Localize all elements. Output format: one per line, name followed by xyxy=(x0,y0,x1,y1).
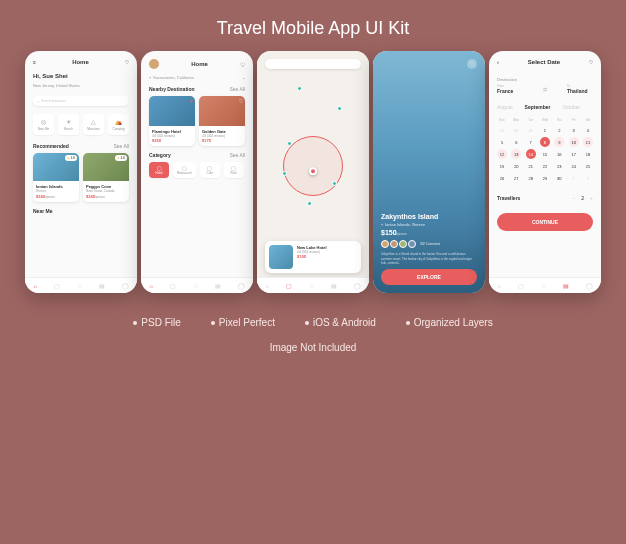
map-canvas[interactable]: New Lake Hotel4.8 (324 reviews)$180 xyxy=(257,51,369,293)
cat-restaurant[interactable]: ▢Restaurant xyxy=(173,162,196,178)
nav-heart-icon[interactable]: ♡ xyxy=(77,282,82,289)
nav-map-icon[interactable]: ▢ xyxy=(170,282,176,289)
poi-dot[interactable] xyxy=(307,201,312,206)
cal-day[interactable]: 11 xyxy=(583,137,593,147)
poi-dot[interactable] xyxy=(297,86,302,91)
nav-home-icon[interactable]: ⌂ xyxy=(149,283,153,289)
map-result-card[interactable]: New Lake Hotel4.8 (324 reviews)$180 xyxy=(265,241,361,273)
cal-day[interactable]: 30 xyxy=(554,173,564,183)
nav-heart-icon[interactable]: ♡ xyxy=(309,282,314,289)
dest-card-2[interactable]: ♡ Golden Gate4.8 (324 reviews)$170 xyxy=(199,96,245,146)
cal-day[interactable]: 2 xyxy=(583,173,593,183)
location-row[interactable]: ⌖Sacramento, California⌄ xyxy=(141,73,253,82)
cal-day[interactable]: 1 xyxy=(569,173,579,183)
to-field[interactable]: ToThailand xyxy=(567,84,593,94)
cal-day[interactable]: 3 xyxy=(569,125,579,135)
cal-day[interactable]: 29 xyxy=(540,173,550,183)
cal-day[interactable]: 29 xyxy=(497,125,507,135)
cal-day[interactable]: 13 xyxy=(511,149,521,159)
cat-near-me[interactable]: ◎Near Me xyxy=(33,114,54,135)
poi-dot[interactable] xyxy=(287,141,292,146)
cal-day[interactable]: 9 xyxy=(554,137,564,147)
cat-camping[interactable]: ⛺Camping xyxy=(108,114,129,135)
bell-icon[interactable]: ♡ xyxy=(125,59,129,65)
cat-beach[interactable]: ☀Beach xyxy=(58,114,79,135)
heart-icon[interactable]: ♡ xyxy=(239,98,243,104)
see-all-link[interactable]: See All xyxy=(229,152,245,158)
cal-day[interactable]: 24 xyxy=(569,161,579,171)
cat-mountain[interactable]: △Mountain xyxy=(83,114,104,135)
cal-day[interactable]: 7 xyxy=(526,137,536,147)
nav-heart-icon[interactable]: ♡ xyxy=(193,282,198,289)
nav-profile-icon[interactable]: ◯ xyxy=(586,282,593,289)
cal-day[interactable]: 6 xyxy=(511,137,521,147)
cal-day[interactable]: 15 xyxy=(540,149,550,159)
bell-icon[interactable]: ♡ xyxy=(240,61,245,68)
cal-day[interactable]: 28 xyxy=(526,173,536,183)
nav-map-icon[interactable]: ▢ xyxy=(518,282,524,289)
poi-dot[interactable] xyxy=(337,106,342,111)
recommended-card-1[interactable]: ★4.8 Ionian IslandsGreece$240/person xyxy=(33,153,79,202)
nav-calendar-icon[interactable]: ▤ xyxy=(331,282,337,289)
dest-card-1[interactable]: ♥ Flamingo Hotel4.8 (324 reviews)$350 xyxy=(149,96,195,146)
nav-profile-icon[interactable]: ◯ xyxy=(354,282,361,289)
nav-profile-icon[interactable]: ◯ xyxy=(122,282,129,289)
minus-button[interactable]: − xyxy=(572,195,575,201)
cal-day[interactable]: 18 xyxy=(583,149,593,159)
nav-heart-icon[interactable]: ♡ xyxy=(541,282,546,289)
nav-map-icon[interactable]: ▢ xyxy=(54,282,60,289)
recommended-card-2[interactable]: ★4.6 Peggys CoveNova Scotia, Canada$240/… xyxy=(83,153,129,202)
avatar[interactable] xyxy=(149,59,159,69)
cal-day[interactable]: 1 xyxy=(540,125,550,135)
cal-day[interactable]: 5 xyxy=(497,137,507,147)
cal-day[interactable]: 12 xyxy=(497,149,507,159)
cal-day[interactable]: 26 xyxy=(497,173,507,183)
nav-home-icon[interactable]: ⌂ xyxy=(33,283,37,289)
explore-button[interactable]: EXPLORE xyxy=(381,269,477,285)
month-august[interactable]: August xyxy=(497,104,513,110)
cal-day[interactable]: 23 xyxy=(554,161,564,171)
cal-day[interactable]: 16 xyxy=(554,149,564,159)
cal-day[interactable]: 31 xyxy=(526,125,536,135)
cal-day[interactable]: 4 xyxy=(583,125,593,135)
back-icon[interactable]: ‹ xyxy=(497,59,499,65)
month-september[interactable]: September xyxy=(525,104,551,110)
cal-day[interactable]: 20 xyxy=(511,161,521,171)
continue-button[interactable]: CONTINUE xyxy=(497,213,593,231)
nav-profile-icon[interactable]: ◯ xyxy=(238,282,245,289)
cal-day[interactable]: 21 xyxy=(526,161,536,171)
cat-cafe[interactable]: ▢Cafe xyxy=(200,162,220,178)
cat-park[interactable]: ▢Park xyxy=(224,162,244,178)
cal-day[interactable]: 17 xyxy=(569,149,579,159)
cal-day[interactable]: 10 xyxy=(569,137,579,147)
commenters-row[interactable]: 302 Comments xyxy=(381,240,477,248)
nav-calendar-icon[interactable]: ▤ xyxy=(99,282,105,289)
swap-icon[interactable]: ⇄ xyxy=(543,86,547,92)
nav-home-icon[interactable]: ⌂ xyxy=(497,283,501,289)
month-october[interactable]: October xyxy=(562,104,580,110)
cal-day[interactable]: 27 xyxy=(511,173,521,183)
cal-day[interactable]: 19 xyxy=(497,161,507,171)
nav-home-icon[interactable]: ⌂ xyxy=(265,283,269,289)
poi-dot[interactable] xyxy=(332,181,337,186)
heart-icon[interactable]: ♡ xyxy=(589,59,593,65)
nav-calendar-icon[interactable]: ▤ xyxy=(215,282,221,289)
cat-hotel[interactable]: ▢Hotel xyxy=(149,162,169,178)
nav-map-icon[interactable]: ▢ xyxy=(286,282,292,289)
see-all-link[interactable]: See All xyxy=(113,143,129,149)
cal-day-selected[interactable]: 8 xyxy=(540,137,550,147)
nav-calendar-icon[interactable]: ▤ xyxy=(563,282,569,289)
see-all-link[interactable]: See All xyxy=(229,86,245,92)
from-field[interactable]: FromFrance xyxy=(497,84,523,94)
cal-day[interactable]: 22 xyxy=(540,161,550,171)
poi-dot[interactable] xyxy=(282,171,287,176)
cal-day-selected[interactable]: 14 xyxy=(526,149,536,159)
menu-icon[interactable]: ≡ xyxy=(33,59,36,65)
plus-button[interactable]: + xyxy=(590,195,593,201)
favorite-button[interactable]: ♡ xyxy=(467,59,477,69)
cal-day[interactable]: 30 xyxy=(511,125,521,135)
search-input[interactable]: ⌕ Search destination xyxy=(33,96,129,106)
cal-day[interactable]: 25 xyxy=(583,161,593,171)
map-search-input[interactable] xyxy=(265,59,361,69)
heart-icon[interactable]: ♥ xyxy=(190,98,193,104)
